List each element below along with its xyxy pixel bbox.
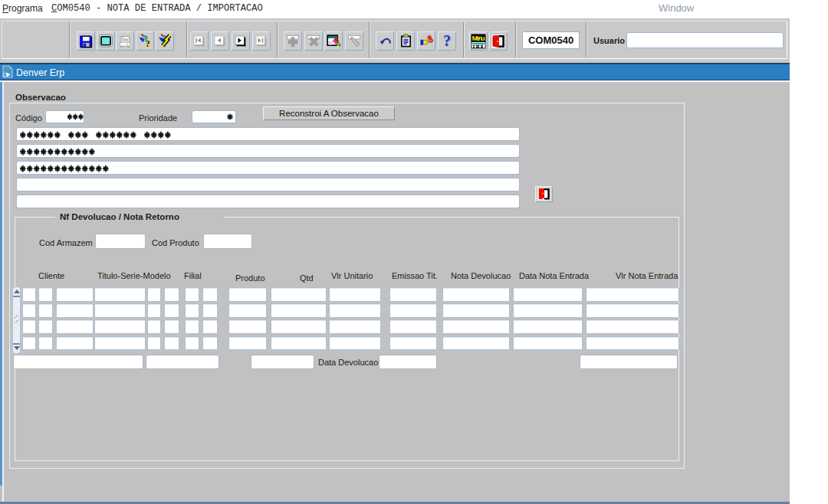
svg-text:?: ?: [443, 34, 451, 49]
svg-text:Menu: Menu: [472, 34, 485, 42]
svg-text:?: ?: [145, 38, 150, 48]
